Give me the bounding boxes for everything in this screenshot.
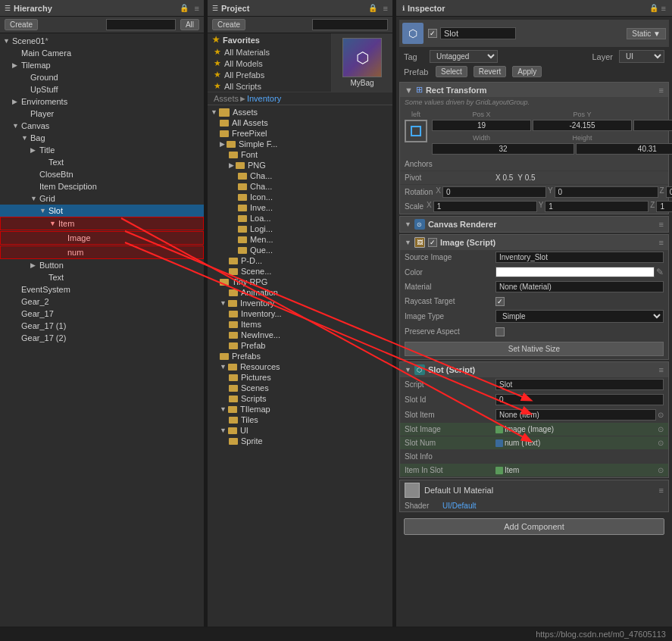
tag-dropdown[interactable]: Untagged xyxy=(430,50,498,63)
tree-item-button[interactable]: ▶Button xyxy=(0,259,204,271)
rect-transform-header[interactable]: ▼ ⊞ Rect Transform ≡ xyxy=(400,83,668,97)
folder-pd[interactable]: P-D... xyxy=(208,255,392,266)
folder-scene[interactable]: Scene... xyxy=(208,266,392,277)
slot-item-input[interactable] xyxy=(495,409,656,421)
folder-ui[interactable]: ▼UI xyxy=(208,425,392,436)
tree-item-player[interactable]: Player xyxy=(0,108,204,120)
folder-scenes[interactable]: Scenes xyxy=(208,383,392,393)
tree-item-itemdesc[interactable]: Item Desciption xyxy=(0,180,204,192)
folder-simplef[interactable]: ▶Simple F... xyxy=(208,139,392,149)
tree-item-closebtn[interactable]: CloseBtn xyxy=(0,168,204,180)
posz-input[interactable] xyxy=(633,120,672,131)
mat-header[interactable]: Default UI Material ≡ xyxy=(400,480,668,500)
tree-item-text1[interactable]: Text xyxy=(0,156,204,168)
slotid-input[interactable] xyxy=(495,394,664,405)
raycast-checkbox[interactable] xyxy=(495,297,505,306)
project-lock-icon[interactable]: 🔒 xyxy=(368,4,377,12)
tree-item-gear17-1[interactable]: Gear_17 (1) xyxy=(0,320,204,332)
image-script-menu-icon[interactable]: ≡ xyxy=(659,238,664,247)
canvas-renderer-header[interactable]: ▼ ⊙ Canvas Renderer ≡ xyxy=(400,217,668,232)
rect-transform-menu-icon[interactable]: ≡ xyxy=(659,86,664,95)
hierarchy-menu-icon[interactable]: ≡ xyxy=(195,4,199,13)
color-swatch[interactable] xyxy=(495,267,655,277)
fav-item-scripts[interactable]: ★ All Scripts xyxy=(208,80,331,92)
folder-cha2[interactable]: Cha... xyxy=(208,181,392,192)
posy-input[interactable] xyxy=(533,120,632,131)
static-dropdown-btn[interactable]: Static ▼ xyxy=(627,28,666,39)
folder-items[interactable]: Items xyxy=(208,319,392,330)
tree-item-gear17[interactable]: Gear_17 xyxy=(0,308,204,320)
folder-newinve[interactable]: NewInve... xyxy=(208,330,392,340)
project-search-input[interactable] xyxy=(312,19,388,30)
layer-dropdown[interactable]: UI xyxy=(619,50,664,63)
folder-tilemap[interactable]: ▼TIlemap xyxy=(208,404,392,414)
folder-tinyrpg[interactable]: Tiny RPG xyxy=(208,277,392,287)
folder-loa[interactable]: Loa... xyxy=(208,213,392,224)
inspector-menu-icon[interactable]: ≡ xyxy=(661,4,666,13)
tree-item-scene01[interactable]: ▼ Scene01* xyxy=(0,35,204,47)
material-input[interactable] xyxy=(495,281,664,292)
tree-item-bag[interactable]: ▼Bag xyxy=(0,132,204,144)
native-size-btn[interactable]: Set Native Size xyxy=(405,342,664,356)
color-picker-icon[interactable]: ✎ xyxy=(656,267,664,277)
folder-cha1[interactable]: Cha... xyxy=(208,170,392,181)
image-enabled-checkbox[interactable] xyxy=(428,238,437,247)
folder-icon[interactable]: Icon... xyxy=(208,192,392,202)
hierarchy-search-input[interactable] xyxy=(106,19,176,30)
slot-num-pick-icon[interactable]: ⊙ xyxy=(658,439,664,447)
tree-item-enviroments[interactable]: ▶Enviroments xyxy=(0,95,204,108)
folder-tiles[interactable]: Tiles xyxy=(208,414,392,425)
fav-item-prefabs[interactable]: ★ All Prefabs xyxy=(208,69,331,80)
folder-inventory2[interactable]: Inventory... xyxy=(208,308,392,319)
tree-item-eventsystem[interactable]: EventSystem xyxy=(0,283,204,295)
tree-item-ground[interactable]: Ground xyxy=(0,71,204,83)
prefab-revert-btn[interactable]: Revert xyxy=(474,66,506,77)
folder-inventory[interactable]: ▼Inventory xyxy=(208,298,392,308)
scale-x-input[interactable] xyxy=(433,201,537,212)
tree-item-tilemap[interactable]: ▶Tilemap xyxy=(0,59,204,71)
slot-image-pick-icon[interactable]: ⊙ xyxy=(658,425,664,433)
folder-animation[interactable]: Animation xyxy=(208,287,392,298)
tree-item-gear2[interactable]: Gear_2 xyxy=(0,295,204,308)
folder-que[interactable]: Que... xyxy=(208,245,392,255)
hierarchy-lock-icon[interactable]: 🔒 xyxy=(180,4,189,12)
tree-item-image[interactable]: Image xyxy=(0,231,204,245)
canvas-renderer-menu-icon[interactable]: ≡ xyxy=(659,220,664,229)
tree-item-gear17-2[interactable]: Gear_17 (2) xyxy=(0,332,204,344)
folder-logi[interactable]: Logi... xyxy=(208,224,392,234)
script-input[interactable] xyxy=(495,379,664,390)
tree-item-item[interactable]: ▼Item xyxy=(0,217,204,230)
inspector-lock-icon[interactable]: 🔒 xyxy=(649,4,658,12)
mat-menu-icon[interactable]: ≡ xyxy=(659,486,664,495)
width-input[interactable] xyxy=(432,143,574,155)
project-create-btn[interactable]: Create xyxy=(212,19,245,30)
image-script-header[interactable]: ▼ 🖼 Image (Script) ≡ xyxy=(400,235,668,250)
folder-allassets[interactable]: All Assets xyxy=(208,117,392,128)
scale-z-input[interactable] xyxy=(656,201,672,212)
scale-y-input[interactable] xyxy=(545,201,649,212)
slot-active-checkbox[interactable] xyxy=(428,29,437,38)
tree-item-slot[interactable]: ▼Slot xyxy=(0,205,204,217)
rot-y-input[interactable] xyxy=(555,186,658,198)
tree-item-title[interactable]: ▶Title xyxy=(0,144,204,156)
tree-item-upstuff[interactable]: UpStuff xyxy=(0,83,204,95)
folder-sprite[interactable]: Sprite xyxy=(208,436,392,446)
item-in-slot-pick-icon[interactable]: ⊙ xyxy=(658,466,664,474)
folder-inve[interactable]: Inve... xyxy=(208,202,392,213)
hierarchy-create-btn[interactable]: Create xyxy=(5,19,38,30)
hierarchy-all-btn[interactable]: All xyxy=(180,19,199,30)
slot-name-input[interactable] xyxy=(440,27,516,39)
rect-anchor-widget[interactable]: left xyxy=(405,111,427,155)
folder-scripts[interactable]: Scripts xyxy=(208,393,392,404)
preserve-checkbox[interactable] xyxy=(495,327,505,336)
folder-png[interactable]: ▶PNG xyxy=(208,160,392,170)
prefab-select-btn[interactable]: Select xyxy=(436,66,467,77)
tree-item-maincamera[interactable]: Main Camera xyxy=(0,47,204,59)
project-menu-icon[interactable]: ≡ xyxy=(383,4,388,13)
tree-item-canvas[interactable]: ▼Canvas xyxy=(0,120,204,132)
folder-resources[interactable]: ▼Resources xyxy=(208,361,392,372)
folder-font[interactable]: Font xyxy=(208,149,392,160)
source-image-input[interactable] xyxy=(495,252,664,263)
folder-freepixel[interactable]: FreePixel xyxy=(208,128,392,139)
fav-item-models[interactable]: ★ All Models xyxy=(208,58,331,69)
